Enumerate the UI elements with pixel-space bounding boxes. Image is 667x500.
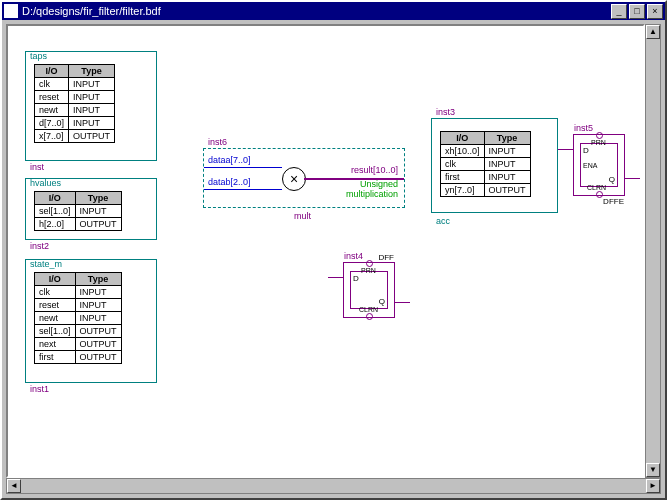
design-canvas[interactable]: taps I/OType clkINPUT resetINPUT newtINP… [6,24,645,478]
block-state-m[interactable]: state_m I/OType clkINPUT resetINPUT newt… [25,259,157,383]
instance-name: inst2 [30,241,49,251]
minimize-button[interactable]: _ [611,4,627,19]
app-icon [4,4,18,18]
instance-name: inst4 [344,251,363,261]
instance-name: inst3 [436,107,455,117]
scroll-left-button[interactable]: ◄ [7,479,21,493]
ff-type: DFF [378,253,394,262]
block-title: mult [294,211,311,221]
op-type-2: multiplication [346,189,398,199]
scroll-down-button[interactable]: ▼ [646,463,660,477]
block-title: state_m [30,259,62,269]
op-type-1: Unsigned [360,179,398,189]
block-dffe[interactable]: inst5 DFFE D Q PRN CLRN ENA [573,134,625,196]
instance-name: inst5 [574,123,593,133]
close-button[interactable]: × [647,4,663,19]
port-dataa: dataa[7..0] [208,155,251,165]
app-window: D:/qdesigns/fir_filter/filter.bdf _ □ × … [0,0,667,500]
horizontal-scrollbar[interactable]: ◄ ► [6,478,661,494]
multiplier-icon: × [282,167,306,191]
instance-name: inst1 [30,384,49,394]
maximize-button[interactable]: □ [629,4,645,19]
block-mult[interactable]: mult inst6 dataa[7..0] datab[2..0] × res… [203,148,405,208]
scroll-up-button[interactable]: ▲ [646,25,660,39]
io-table: I/OType sel[1..0]INPUT h[2..0]OUTPUT [34,191,122,231]
titlebar[interactable]: D:/qdesigns/fir_filter/filter.bdf _ □ × [2,2,665,20]
bubble-icon [366,313,373,320]
bubble-icon [596,191,603,198]
vertical-scrollbar[interactable]: ▲ ▼ [645,24,661,478]
io-table: I/OType clkINPUT resetINPUT newtINPUT se… [34,272,122,364]
block-hvalues[interactable]: hvalues I/OType sel[1..0]INPUT h[2..0]OU… [25,178,157,240]
port-datab: datab[2..0] [208,177,251,187]
instance-name: inst [30,162,44,172]
instance-name: inst6 [208,137,227,147]
io-table: I/OType clkINPUT resetINPUT newtINPUT d[… [34,64,115,143]
block-title: taps [30,51,47,61]
block-dff[interactable]: inst4 DFF D Q PRN CLRN [343,262,395,318]
port-result: result[10..0] [351,165,398,175]
scroll-right-button[interactable]: ► [646,479,660,493]
block-taps[interactable]: taps I/OType clkINPUT resetINPUT newtINP… [25,51,157,161]
block-acc[interactable]: acc I/OType xh[10..0]INPUT clkINPUT firs… [431,118,558,213]
ff-type: DFFE [603,197,624,206]
bubble-icon [596,132,603,139]
bubble-icon [366,260,373,267]
block-title: hvalues [30,178,61,188]
io-table: I/OType xh[10..0]INPUT clkINPUT firstINP… [440,131,531,197]
window-title: D:/qdesigns/fir_filter/filter.bdf [22,5,609,17]
block-title: acc [436,216,450,226]
